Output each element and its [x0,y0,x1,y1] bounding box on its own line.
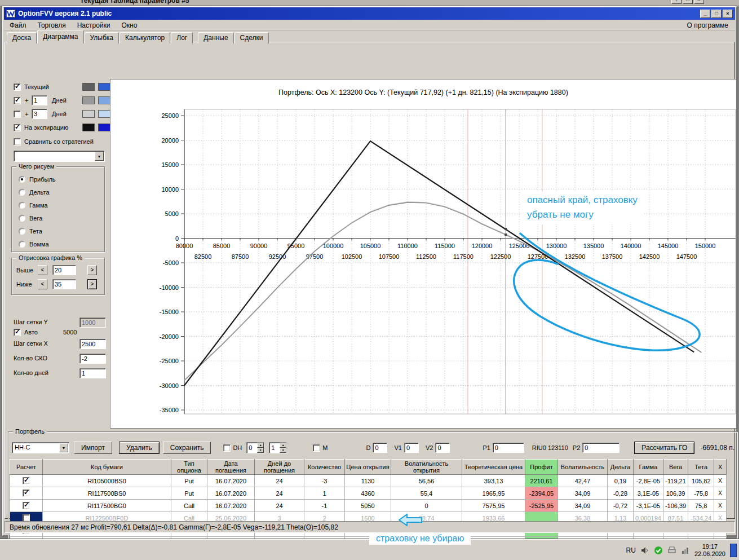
radio-button[interactable] [19,241,25,248]
tab-5[interactable]: Данные [198,32,233,43]
printer-icon[interactable] [667,546,676,555]
menu-item-0[interactable]: Файл [4,20,32,30]
m-checkbox[interactable] [313,444,320,452]
bg-maximize-button[interactable]: □ [683,0,693,4]
plus3-checkbox[interactable] [14,111,21,118]
row-check-cell[interactable] [10,475,43,487]
strategy-dropdown[interactable]: ▼ [14,151,105,162]
radio-button[interactable] [19,215,25,222]
compare-strategy-checkbox[interactable] [14,138,21,145]
spin-down-button[interactable]: ▼ [280,448,286,453]
calc-go-button[interactable]: Рассчитать ГО [634,442,694,454]
table-cell: 1 [304,487,345,500]
expiration-checkbox[interactable] [14,124,21,131]
radio-button[interactable] [19,176,25,183]
close-button[interactable]: × [723,10,733,18]
menu-item-1[interactable]: Торговля [32,20,72,30]
radio-option-0[interactable]: Прибыль [12,173,104,186]
maximize-button[interactable]: □ [711,10,722,18]
language-indicator[interactable]: RU [626,546,636,554]
menu-item-3[interactable]: Окно [116,20,143,30]
above-input[interactable] [52,265,76,275]
current-checkbox[interactable] [14,83,21,91]
bg-close-button[interactable]: × [694,0,704,4]
plus3-color-swatch-2[interactable] [98,110,110,118]
p1-input[interactable] [493,443,524,453]
tab-6[interactable]: Сделки [234,32,269,43]
plus1-checkbox[interactable] [14,97,21,104]
v1-input[interactable] [404,443,419,453]
plus3-days-input[interactable] [32,109,47,119]
plus1-color-swatch-1[interactable] [82,96,95,104]
above-increase-button[interactable]: > [87,265,97,275]
radio-option-2[interactable]: Гамма [12,199,104,211]
menu-item-2[interactable]: Настройки [72,20,116,30]
table-row[interactable]: RI117500BS0Put16.07.2020241436055,41965,… [10,487,727,500]
tab-1[interactable]: Диаграмма [37,30,83,43]
tab-2[interactable]: Улыбка [85,32,120,43]
below-increase-button[interactable]: > [87,279,97,289]
row-delete-button[interactable]: X [714,475,727,487]
p2-input[interactable] [582,443,619,453]
row-checkbox[interactable] [23,502,30,509]
sko-count-input[interactable] [79,354,106,364]
tab-0[interactable]: Доска [7,32,37,43]
delete-button[interactable]: Удалить [119,442,160,454]
volume-icon[interactable] [640,546,649,555]
days-count-input[interactable] [79,368,106,378]
below-decrease-button[interactable]: < [38,279,47,289]
plus1-days-input[interactable] [32,95,47,105]
import-button[interactable]: Импорт [74,442,112,454]
auto-checkbox[interactable] [14,329,21,336]
save-button[interactable]: Сохранить [163,442,211,454]
tray-blue-icon[interactable] [730,544,737,557]
spin-down-button[interactable]: ▼ [257,448,264,453]
below-input[interactable] [52,279,76,289]
expiration-color-swatch-2[interactable] [98,124,110,131]
spin-up-button[interactable]: ▲ [280,443,286,448]
d-input[interactable] [373,443,387,453]
radio-option-4[interactable]: Тета [12,224,104,237]
grid-step-x-input[interactable] [79,339,106,349]
tab-3[interactable]: Калькулятор [120,32,170,43]
radio-option-1[interactable]: Дельта [12,186,104,199]
radio-button[interactable] [19,202,25,209]
row-check-cell[interactable] [10,487,43,500]
chart-tray-icon[interactable] [681,546,690,555]
dh-checkbox[interactable] [223,444,231,452]
radio-option-5[interactable]: Вомма [12,237,104,250]
above-decrease-button[interactable]: < [38,265,47,275]
row-delete-button[interactable]: X [714,500,727,512]
taskbar-clock[interactable]: 19:17 22.06.2020 [694,543,725,558]
radio-button[interactable] [19,228,25,235]
column-header-11: Дельта [608,460,634,475]
payoff-chart[interactable]: 2500020000150001000050000-5000-10000-150… [110,80,736,428]
svg-text:5000: 5000 [165,210,179,217]
current-color-swatch-2[interactable] [98,83,110,91]
portfolio-dropdown[interactable]: НН-С ▼ [12,442,69,453]
chevron-down-icon[interactable]: ▼ [59,443,68,452]
row-delete-button[interactable]: X [714,487,727,500]
plus1-color-swatch-2[interactable] [98,96,110,104]
background-window-titlebar[interactable]: Текущая таблица параметров #5 ↓ □ × [0,0,739,6]
v2-input[interactable] [435,443,450,453]
chevron-down-icon[interactable]: ▼ [95,152,104,161]
table-row[interactable]: RI117500BG0Call16.07.202024-1505007575,9… [10,500,727,512]
row-check-cell[interactable] [10,500,43,512]
expiration-color-swatch-1[interactable] [82,124,95,131]
menu-about[interactable]: О программе [680,20,735,30]
antivirus-check-icon[interactable] [654,546,663,555]
tab-4[interactable]: Лог [171,32,193,43]
bg-minimize-button[interactable]: ↓ [671,0,682,4]
minimize-button[interactable]: _ [700,10,710,18]
row-checkbox[interactable] [23,477,30,484]
row-checkbox[interactable] [23,490,30,497]
cursor[interactable] [505,109,507,414]
plus3-color-swatch-1[interactable] [82,110,95,118]
radio-button[interactable] [19,189,25,196]
table-row[interactable]: RI105000BS0Put16.07.202024-3113056,56393… [10,475,727,487]
radio-option-3[interactable]: Вега [12,211,104,224]
spin-up-button[interactable]: ▲ [257,443,264,448]
current-color-swatch-1[interactable] [82,83,95,91]
title-bar[interactable]: OptionFVV версия 2.1 public _ □ × [4,7,735,20]
